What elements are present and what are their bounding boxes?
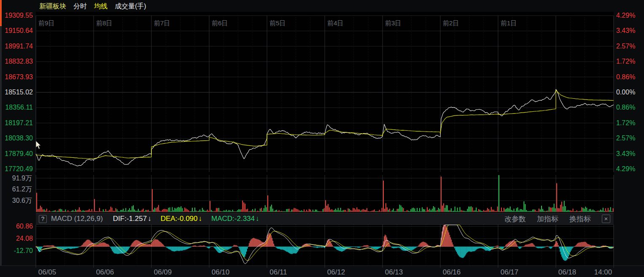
percent-axis-label: 0.00% bbox=[616, 89, 635, 96]
percent-axis-label: 2.57% bbox=[616, 43, 635, 50]
price-axis-label: 18197.21 bbox=[0, 119, 34, 127]
date-axis-label: 06/11 bbox=[264, 269, 293, 276]
volume-axis-label: 61.2万 bbox=[0, 186, 34, 193]
day-offset-label: 前5日 bbox=[269, 19, 286, 27]
volume-axis-label: 30.6万 bbox=[0, 197, 34, 204]
day-offset-label: 前2日 bbox=[443, 19, 459, 27]
date-axis-label: 06/10 bbox=[206, 269, 235, 276]
price-axis-label: 18832.83 bbox=[0, 58, 34, 65]
percent-axis-label: 3.43% bbox=[616, 27, 635, 35]
add-indicator-button[interactable]: 加指标 bbox=[537, 214, 558, 224]
price-axis-label: 17720.49 bbox=[0, 165, 34, 173]
date-axis-label: 06/18 bbox=[552, 269, 582, 276]
price-axis-label: 19309.55 bbox=[0, 12, 34, 19]
chart-canvas[interactable] bbox=[0, 0, 644, 277]
dif-value: DIF:-1.257↓ bbox=[113, 215, 151, 223]
date-axis-label: 06/09 bbox=[148, 269, 178, 276]
percent-axis-label: 4.29% bbox=[616, 12, 635, 19]
day-offset-label: 前1日 bbox=[501, 19, 517, 27]
percent-axis-label: 0.86% bbox=[616, 104, 635, 111]
day-offset-label: 前6日 bbox=[212, 19, 228, 27]
price-axis-label: 18991.74 bbox=[0, 43, 34, 50]
percent-axis-label: 3.43% bbox=[616, 150, 635, 158]
price-axis-label: 17879.40 bbox=[0, 150, 34, 158]
macd-axis-label: 24.08 bbox=[0, 235, 34, 242]
price-axis-label: 18515.02 bbox=[0, 89, 34, 96]
macd-params-label[interactable]: MACD (12,26,9) bbox=[51, 215, 103, 223]
price-axis-label: 18673.93 bbox=[0, 73, 34, 81]
close-indicator-button[interactable]: × bbox=[602, 215, 610, 223]
date-axis-label: 06/12 bbox=[321, 269, 351, 276]
date-axis-label: 06/13 bbox=[379, 269, 409, 276]
macd-toolbar: ? MACD (12,26,9) DIF:-1.257↓ DEA:-0.090↓… bbox=[36, 213, 614, 225]
day-offset-label: 前4日 bbox=[327, 19, 343, 27]
day-offset-label: 前3日 bbox=[385, 19, 401, 27]
percent-axis-label: 1.72% bbox=[616, 119, 635, 127]
current-time-label: 14:00 bbox=[588, 269, 618, 276]
macd-value: MACD:-2.334↓ bbox=[211, 215, 259, 223]
price-axis-label: 18356.11 bbox=[0, 104, 34, 111]
dea-value: DEA:-0.090↓ bbox=[161, 215, 202, 223]
date-axis-label: 06/05 bbox=[32, 269, 62, 276]
switch-indicator-button[interactable]: 换指标 bbox=[569, 214, 591, 224]
macd-axis-label: 60.86 bbox=[0, 223, 34, 230]
percent-axis-label: 2.57% bbox=[616, 134, 635, 142]
percent-axis-label: 1.72% bbox=[616, 58, 635, 65]
volume-axis-label: 91.9万 bbox=[0, 175, 34, 182]
date-axis-label: 06/17 bbox=[495, 269, 524, 276]
stock-chart-app: 新疆板块 分时 均线 成交量(手) 19309.5519150.6418991.… bbox=[0, 0, 644, 277]
mouse-cursor-icon bbox=[35, 141, 42, 150]
date-axis-label: 06/06 bbox=[90, 269, 120, 276]
down-arrow-icon: ↓ bbox=[256, 215, 259, 223]
price-axis-label: 19150.64 bbox=[0, 27, 34, 35]
percent-axis-label: 4.29% bbox=[616, 165, 635, 173]
day-offset-label: 前7日 bbox=[154, 19, 170, 27]
down-arrow-icon: ↓ bbox=[148, 215, 151, 223]
day-offset-label: 前9日 bbox=[38, 19, 54, 27]
macd-axis-label: -12.70 bbox=[0, 247, 34, 255]
day-offset-label: 前8日 bbox=[96, 19, 112, 27]
down-arrow-icon: ↓ bbox=[199, 215, 202, 223]
date-axis-label: 06/16 bbox=[437, 269, 466, 276]
percent-axis-label: 0.86% bbox=[616, 73, 635, 81]
price-axis-label: 18038.30 bbox=[0, 134, 34, 142]
help-button[interactable]: ? bbox=[39, 215, 47, 223]
change-params-button[interactable]: 改参数 bbox=[504, 214, 526, 224]
